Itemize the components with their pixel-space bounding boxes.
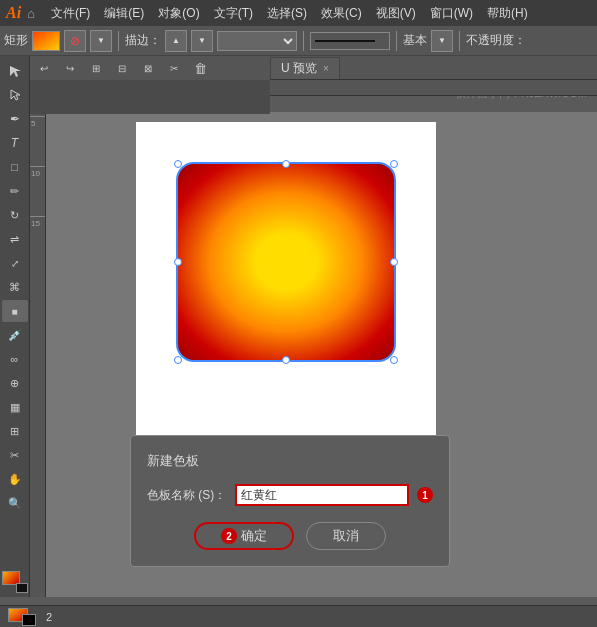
handle-mid-left[interactable] — [174, 258, 182, 266]
stroke-swatch[interactable] — [16, 583, 28, 593]
scale-tool[interactable]: ⤢ — [2, 252, 28, 274]
dialog-buttons: 2 确定 取消 — [147, 522, 433, 550]
stroke-down-btn[interactable]: ▼ — [191, 30, 213, 52]
stroke-preview — [310, 32, 390, 50]
distribute-btn[interactable]: ⊠ — [138, 59, 158, 77]
confirm-badge: 2 — [221, 528, 237, 544]
delete-btn[interactable]: 🗑 — [190, 59, 210, 77]
menu-select[interactable]: 选择(S) — [261, 3, 313, 24]
handle-top-right[interactable] — [390, 160, 398, 168]
shape-label: 矩形 — [4, 32, 28, 49]
separator3 — [396, 31, 397, 51]
align-btn[interactable]: ⊟ — [112, 59, 132, 77]
undo-btn[interactable]: ↩ — [34, 59, 54, 77]
warp-tool[interactable]: ⌘ — [2, 276, 28, 298]
basic-dropdown-btn[interactable]: ▼ — [431, 30, 453, 52]
ruler-v-15: 15 — [30, 216, 45, 266]
stroke-none-icon[interactable]: ⊘ — [64, 30, 86, 52]
menu-text[interactable]: 文字(T) — [208, 3, 259, 24]
tab-label: U 预览 — [281, 60, 317, 77]
top-panel: ↩ ↪ ⊞ ⊟ ⊠ ✂ 🗑 — [30, 56, 270, 114]
handle-top-left[interactable] — [174, 160, 182, 168]
separator2 — [303, 31, 304, 51]
gradient-rect[interactable] — [176, 162, 396, 362]
blend-tool[interactable]: ∞ — [2, 348, 28, 370]
fill-stroke-swatches[interactable] — [2, 571, 28, 593]
handle-bottom-mid[interactable] — [282, 356, 290, 364]
zoom-tool[interactable]: 🔍 — [2, 492, 28, 514]
cancel-label: 取消 — [333, 527, 359, 545]
stroke-label: 描边： — [125, 32, 161, 49]
cancel-button[interactable]: 取消 — [306, 522, 386, 550]
ruler-v-5: 5 — [30, 116, 45, 166]
main-toolbar: 矩形 ⊘ ▼ 描边： ▲ ▼ 基本 ▼ 不透明度： — [0, 26, 597, 56]
canvas-area[interactable]: ↩ ↪ ⊞ ⊟ ⊠ ✂ 🗑 U 预览 × 软件自学网：RJZXW.COM 50 … — [30, 56, 597, 597]
left-toolbar: ✒ T □ ✏ ↻ ⇌ ⤢ ⌘ ■ 💉 ∞ ⊕ ▦ ⊞ ✂ ✋ 🔍 — [0, 56, 30, 597]
text-tool[interactable]: T — [2, 132, 28, 154]
brush-tool[interactable]: ✏ — [2, 180, 28, 202]
separator4 — [459, 31, 460, 51]
eyedropper-tool[interactable]: 💉 — [2, 324, 28, 346]
pen-tool[interactable]: ✒ — [2, 108, 28, 130]
reflect-tool[interactable]: ⇌ — [2, 228, 28, 250]
menu-view[interactable]: 视图(V) — [370, 3, 422, 24]
confirm-button[interactable]: 2 确定 — [194, 522, 294, 550]
handle-mid-right[interactable] — [390, 258, 398, 266]
fill-color-box[interactable] — [32, 31, 60, 51]
ruler-v-10: 10 — [30, 166, 45, 216]
stroke-up-btn[interactable]: ▲ — [165, 30, 187, 52]
selection-tool[interactable] — [2, 60, 28, 82]
menu-help[interactable]: 帮助(H) — [481, 3, 534, 24]
menu-window[interactable]: 窗口(W) — [424, 3, 479, 24]
status-stroke-swatch[interactable] — [22, 614, 36, 626]
grid-btn[interactable]: ⊞ — [86, 59, 106, 77]
stroke-dropdown-btn[interactable]: ▼ — [90, 30, 112, 52]
stroke-style-dropdown[interactable] — [217, 31, 297, 51]
menu-effect[interactable]: 效果(C) — [315, 3, 368, 24]
gradient-tool[interactable]: ■ — [2, 300, 28, 322]
home-icon[interactable]: ⌂ — [27, 6, 35, 21]
shape-tool[interactable]: □ — [2, 156, 28, 178]
name-row: 色板名称 (S)： 1 — [147, 484, 433, 506]
main-area: ✒ T □ ✏ ↻ ⇌ ⤢ ⌘ ■ 💉 ∞ ⊕ ▦ ⊞ ✂ ✋ 🔍 ↩ ↪ — [0, 56, 597, 597]
status-color-swatch[interactable] — [8, 608, 36, 626]
menu-edit[interactable]: 编辑(E) — [98, 3, 150, 24]
column-graph-tool[interactable]: ▦ — [2, 396, 28, 418]
new-swatch-dialog: 新建色板 色板名称 (S)： 1 2 确定 取消 — [130, 435, 450, 567]
separator1 — [118, 31, 119, 51]
dialog-body: 色板名称 (S)： 1 2 确定 取消 — [147, 484, 433, 550]
redo-btn[interactable]: ↪ — [60, 59, 80, 77]
handle-bottom-left[interactable] — [174, 356, 182, 364]
gradient-rect-container[interactable] — [176, 162, 396, 362]
hand-tool[interactable]: ✋ — [2, 468, 28, 490]
handle-top-mid[interactable] — [282, 160, 290, 168]
color-swatches-area — [2, 571, 28, 593]
secondary-toolbar: ↩ ↪ ⊞ ⊟ ⊠ ✂ 🗑 — [30, 56, 270, 80]
handle-bottom-right[interactable] — [390, 356, 398, 364]
cut-btn[interactable]: ✂ — [164, 59, 184, 77]
artboard-tool[interactable]: ⊞ — [2, 420, 28, 442]
menu-object[interactable]: 对象(O) — [152, 3, 205, 24]
dialog-title: 新建色板 — [147, 452, 433, 470]
direct-select-tool[interactable] — [2, 84, 28, 106]
tab-close-btn[interactable]: × — [323, 63, 329, 74]
menu-bar: 文件(F) 编辑(E) 对象(O) 文字(T) 选择(S) 效果(C) 视图(V… — [45, 3, 534, 24]
name-label: 色板名称 (S)： — [147, 487, 227, 504]
left-ruler: 5 10 15 — [30, 96, 46, 597]
color-name-input[interactable] — [235, 484, 409, 506]
slice-tool[interactable]: ✂ — [2, 444, 28, 466]
rotate-tool[interactable]: ↻ — [2, 204, 28, 226]
badge-1: 1 — [417, 487, 433, 503]
stroke-line — [315, 40, 375, 42]
confirm-label: 确定 — [241, 527, 267, 545]
opacity-label: 不透明度： — [466, 32, 526, 49]
page-number: 2 — [46, 611, 52, 623]
preview-tab[interactable]: U 预览 × — [270, 57, 340, 79]
status-bar: 2 — [0, 605, 597, 627]
basic-label: 基本 — [403, 32, 427, 49]
menu-file[interactable]: 文件(F) — [45, 3, 96, 24]
title-bar: Ai ⌂ 文件(F) 编辑(E) 对象(O) 文字(T) 选择(S) 效果(C)… — [0, 0, 597, 26]
ai-logo: Ai — [6, 4, 21, 22]
symbol-tool[interactable]: ⊕ — [2, 372, 28, 394]
